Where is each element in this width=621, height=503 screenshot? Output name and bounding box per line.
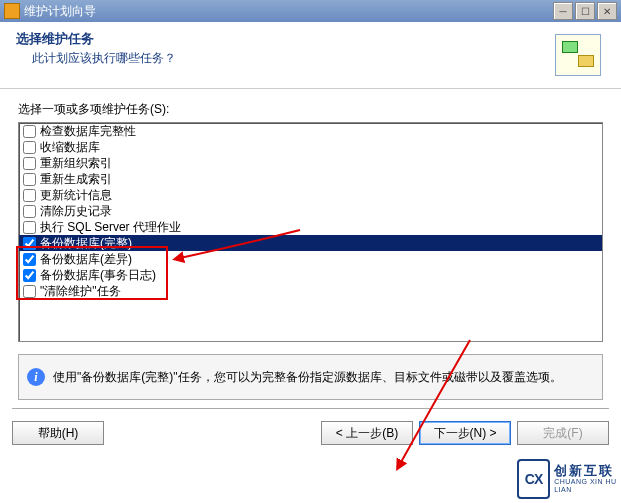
separator xyxy=(12,408,609,409)
finish-button: 完成(F) xyxy=(517,421,609,445)
task-checkbox[interactable] xyxy=(23,237,36,250)
task-item[interactable]: 收缩数据库 xyxy=(19,139,602,155)
task-label: 重新组织索引 xyxy=(40,155,112,172)
task-item[interactable]: 清除历史记录 xyxy=(19,203,602,219)
app-icon xyxy=(4,3,20,19)
task-checkbox[interactable] xyxy=(23,125,36,138)
help-button[interactable]: 帮助(H) xyxy=(12,421,104,445)
description-text: 使用"备份数据库(完整)"任务，您可以为完整备份指定源数据库、目标文件或磁带以及… xyxy=(53,369,562,386)
task-item[interactable]: 重新生成索引 xyxy=(19,171,602,187)
minimize-button[interactable]: ─ xyxy=(553,2,573,20)
task-label: 执行 SQL Server 代理作业 xyxy=(40,219,181,236)
task-label: 重新生成索引 xyxy=(40,171,112,188)
task-item[interactable]: 检查数据库完整性 xyxy=(19,123,602,139)
task-label: 检查数据库完整性 xyxy=(40,123,136,140)
task-checkbox[interactable] xyxy=(23,221,36,234)
info-icon: i xyxy=(27,368,45,386)
task-label: 更新统计信息 xyxy=(40,187,112,204)
list-label: 选择一项或多项维护任务(S): xyxy=(18,101,603,118)
task-label: 备份数据库(完整) xyxy=(40,235,132,252)
task-checkbox[interactable] xyxy=(23,189,36,202)
maximize-button[interactable]: ☐ xyxy=(575,2,595,20)
task-listbox[interactable]: 检查数据库完整性收缩数据库重新组织索引重新生成索引更新统计信息清除历史记录执行 … xyxy=(18,122,603,342)
task-label: 收缩数据库 xyxy=(40,139,100,156)
watermark: CX 创新互联 CHUANG XIN HU LIAN xyxy=(517,457,621,501)
task-label: 备份数据库(差异) xyxy=(40,251,132,268)
task-item[interactable]: 更新统计信息 xyxy=(19,187,602,203)
task-checkbox[interactable] xyxy=(23,269,36,282)
task-checkbox[interactable] xyxy=(23,173,36,186)
window-title: 维护计划向导 xyxy=(24,3,96,20)
task-label: 清除历史记录 xyxy=(40,203,112,220)
wizard-header: 选择维护任务 此计划应该执行哪些任务？ xyxy=(0,22,621,89)
task-checkbox[interactable] xyxy=(23,285,36,298)
task-checkbox[interactable] xyxy=(23,205,36,218)
page-subtitle: 此计划应该执行哪些任务？ xyxy=(16,50,555,67)
content-area: 选择一项或多项维护任务(S): 检查数据库完整性收缩数据库重新组织索引重新生成索… xyxy=(0,89,621,350)
title-bar: 维护计划向导 ─ ☐ ✕ xyxy=(0,0,621,22)
task-label: 备份数据库(事务日志) xyxy=(40,267,156,284)
watermark-text-cn: 创新互联 xyxy=(554,464,621,478)
task-item[interactable]: 备份数据库(完整) xyxy=(19,235,602,251)
close-button[interactable]: ✕ xyxy=(597,2,617,20)
task-label: "清除维护"任务 xyxy=(40,283,121,300)
watermark-text-en: CHUANG XIN HU LIAN xyxy=(554,478,621,493)
task-checkbox[interactable] xyxy=(23,141,36,154)
button-row: 帮助(H) < 上一步(B) 下一步(N) > 完成(F) xyxy=(0,415,621,455)
back-button[interactable]: < 上一步(B) xyxy=(321,421,413,445)
task-checkbox[interactable] xyxy=(23,253,36,266)
task-item[interactable]: 重新组织索引 xyxy=(19,155,602,171)
watermark-logo: CX xyxy=(517,459,550,499)
task-checkbox[interactable] xyxy=(23,157,36,170)
wizard-banner-icon xyxy=(555,34,601,76)
description-box: i 使用"备份数据库(完整)"任务，您可以为完整备份指定源数据库、目标文件或磁带… xyxy=(18,354,603,400)
page-title: 选择维护任务 xyxy=(16,30,555,48)
task-item[interactable]: "清除维护"任务 xyxy=(19,283,602,299)
task-item[interactable]: 执行 SQL Server 代理作业 xyxy=(19,219,602,235)
task-item[interactable]: 备份数据库(差异) xyxy=(19,251,602,267)
next-button[interactable]: 下一步(N) > xyxy=(419,421,511,445)
task-item[interactable]: 备份数据库(事务日志) xyxy=(19,267,602,283)
